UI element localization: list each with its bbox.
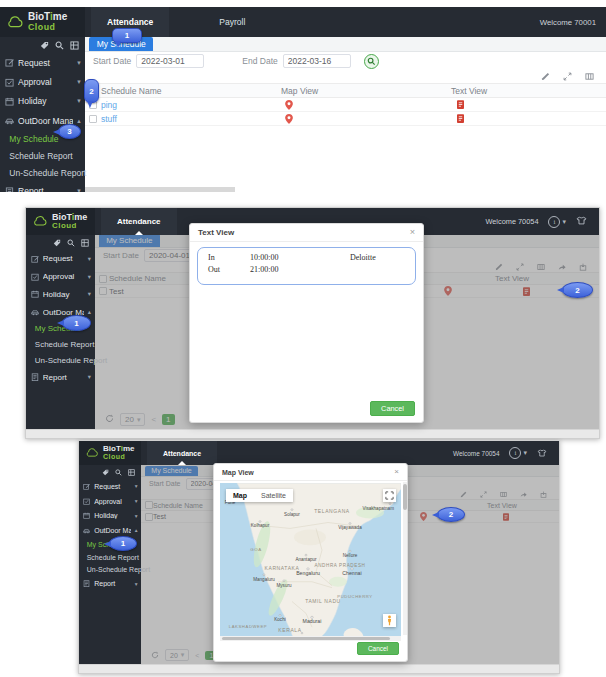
map-pin-icon[interactable] (285, 114, 451, 124)
edit-icon (5, 58, 14, 67)
sidebar-item-approval[interactable]: Approval▾ (79, 494, 141, 509)
close-icon[interactable]: × (410, 228, 415, 237)
punch-place (350, 264, 405, 276)
horizontal-scrollbar[interactable] (220, 636, 401, 641)
schedule-name-link[interactable]: ping (101, 100, 281, 110)
text-view-doc-icon[interactable] (457, 114, 606, 123)
sidebar-item-approval[interactable]: Approval▾ (26, 268, 95, 286)
sidebar-item-label: Request (43, 254, 84, 263)
sidebar-item-un-schedule-report[interactable]: Un-Schedule Report (79, 564, 141, 577)
brand-text: BioTimeCloud (103, 445, 134, 460)
sidebar-item-outdoor-management[interactable]: OutDoor Management▴ (79, 523, 141, 538)
search-icon[interactable] (55, 41, 64, 50)
chevron-up-icon: ▴ (135, 527, 138, 533)
sidebar-item-report[interactable]: Report▾ (79, 576, 141, 591)
page-tab-bar: My Schedule (85, 37, 606, 52)
expand-icon[interactable] (563, 72, 572, 81)
tag-icon[interactable] (40, 41, 49, 50)
chevron-down-icon: ▾ (88, 273, 91, 281)
sidebar-item-un-schedule-report[interactable]: Un-Schedule Report (26, 353, 95, 369)
panel-icon[interactable] (81, 239, 89, 247)
sidebar-item-schedule-report[interactable]: Schedule Report (26, 337, 95, 353)
end-date-input[interactable] (283, 54, 351, 68)
map-state-label: GOA (250, 547, 262, 552)
scrollbar-thumb[interactable] (403, 484, 407, 510)
cloud-logo-icon (85, 448, 99, 458)
info-menu[interactable]: i▾ (548, 216, 566, 228)
map-city-label: Solapur (284, 512, 300, 517)
footer-bar (79, 664, 559, 673)
biotime-logo: BioTimeCloud (0, 7, 85, 37)
theme-shirt-icon[interactable] (576, 216, 587, 227)
sidebar-item-holiday[interactable]: Holiday▾ (79, 508, 141, 523)
cancel-button[interactable]: Cancel (357, 642, 399, 655)
info-menu[interactable]: i▾ (509, 447, 527, 459)
sidebar-item-report[interactable]: Report▾ (0, 182, 85, 192)
tag-icon[interactable] (53, 239, 61, 247)
row-checkbox[interactable] (89, 115, 97, 123)
panel-icon[interactable] (70, 41, 79, 50)
columns-icon[interactable] (585, 72, 594, 81)
cancel-button[interactable]: Cancel (370, 401, 415, 416)
sidebar-item-report[interactable]: Report▾ (26, 368, 95, 386)
app-header: BioTimeCloud Attendance Welcome 70054 i▾ (79, 441, 559, 465)
map-pin-icon[interactable] (285, 100, 451, 110)
annotation-step-1: 1 (112, 28, 142, 43)
sidebar-item-request[interactable]: Request▾ (0, 53, 85, 72)
start-date-input[interactable] (136, 54, 204, 68)
biotime-logo: BioTimeCloud (26, 208, 95, 235)
edit-icon[interactable] (541, 72, 550, 81)
vertical-scrollbar[interactable] (403, 482, 407, 635)
module-tabs: Attendance (147, 441, 217, 465)
caret-down-icon: ▾ (562, 218, 566, 226)
tab-attendance[interactable]: Attendance (101, 208, 177, 235)
tab-payroll[interactable]: Payroll (203, 7, 261, 37)
text-view-doc-icon[interactable] (457, 100, 606, 109)
map-city-label: Madurai (303, 618, 322, 624)
caret-down-icon: ▾ (523, 449, 527, 457)
punch-place: Deloitte (350, 252, 405, 264)
scrollbar-thumb[interactable] (222, 637, 390, 640)
chevron-up-icon: ▴ (88, 308, 91, 316)
edit-icon (83, 483, 90, 490)
annotation-step-2: 2 (437, 507, 465, 522)
sidebar-item-label: Approval (18, 77, 73, 87)
map-city-label: Bengaluru (296, 570, 320, 576)
map-city-label: Kochi (274, 617, 285, 622)
sidebar-item-request[interactable]: Request▾ (26, 250, 95, 268)
close-icon[interactable]: × (394, 468, 399, 476)
pegman-control[interactable] (383, 614, 396, 627)
text-view-content: In 10:00:00 Deloitte Out 21:00:00 (197, 247, 416, 285)
fullscreen-button[interactable] (383, 489, 396, 502)
search-icon[interactable] (115, 469, 122, 476)
table-header: Schedule Name Map View Text View (85, 83, 606, 98)
map-button[interactable]: Map (226, 489, 254, 502)
sidebar-item-holiday[interactable]: Holiday▾ (26, 286, 95, 304)
sidebar-item-approval[interactable]: Approval▾ (0, 72, 85, 91)
panel-icon[interactable] (128, 469, 135, 476)
tag-icon[interactable] (102, 469, 109, 476)
satellite-button[interactable]: Satellite (254, 489, 293, 502)
sidebar-item-schedule-report[interactable]: Schedule Report (79, 551, 141, 564)
sidebar-item-un-schedule-report[interactable]: Un-Schedule Report (0, 165, 85, 182)
schedule-name-link[interactable]: stuff (101, 114, 281, 124)
calendar-icon (31, 290, 39, 298)
report-icon (31, 373, 39, 381)
cloud-logo-icon (6, 16, 24, 29)
theme-shirt-icon[interactable] (537, 449, 547, 458)
brand-cloud-text: Cloud (52, 222, 87, 230)
map-city-label: Nellore (343, 553, 358, 558)
brand-text: BioTimeCloud (52, 213, 87, 230)
tab-attendance[interactable]: Attendance (147, 441, 217, 465)
column-map-view: Map View (281, 86, 451, 96)
biotime-logo: BioTimeCloud (79, 441, 141, 465)
search-button[interactable] (364, 54, 379, 69)
sidebar-item-label: Approval (43, 272, 84, 281)
sidebar-item-request[interactable]: Request▾ (79, 479, 141, 494)
map-canvas[interactable]: TELANGANA ANDHRA PRADESH KARNATAKA TAMIL… (220, 483, 401, 641)
sidebar: Request▾ Approval▾ Holiday▾ OutDoor Mana… (26, 235, 95, 438)
car-icon (5, 116, 14, 125)
search-icon[interactable] (67, 239, 75, 247)
sidebar-item-holiday[interactable]: Holiday▾ (0, 92, 85, 111)
sidebar-item-schedule-report[interactable]: Schedule Report (0, 148, 85, 165)
